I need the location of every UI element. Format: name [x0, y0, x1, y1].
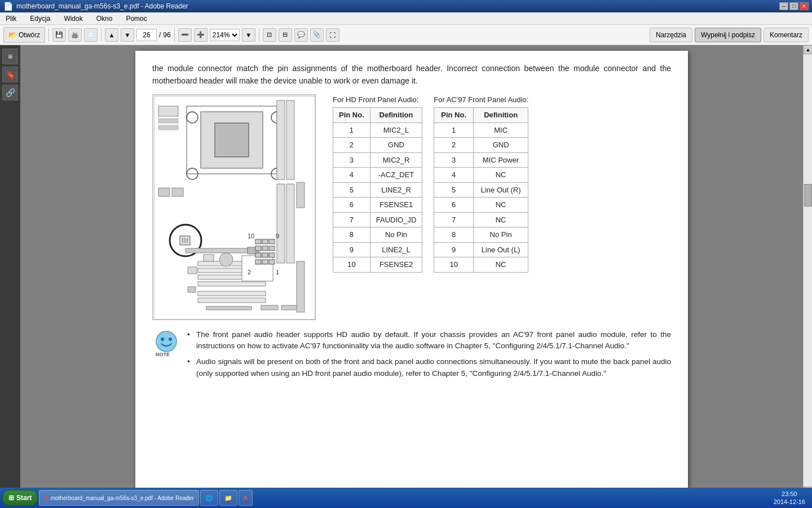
taskbar-explorer-app[interactable]: 📁 — [219, 490, 237, 506]
table-row: 6FSENSE1 — [333, 198, 422, 213]
table-row: 1MIC — [434, 122, 528, 138]
note-icon-area: NOTE — [152, 329, 180, 357]
hd-header-pin: Pin No. — [333, 108, 370, 123]
hd-table-group: For HD Front Panel Audio: Pin No. Defini… — [333, 94, 422, 273]
svg-rect-45 — [255, 246, 261, 251]
scroll-up-button[interactable]: ▲ — [804, 45, 812, 54]
attach-button[interactable]: 📎 — [310, 28, 324, 42]
title-bar-controls: ─ □ ✕ — [779, 2, 809, 10]
separator-4 — [259, 28, 259, 42]
note-item-1: The front panel audio header supports HD… — [187, 329, 671, 352]
next-page-button[interactable]: ▼ — [121, 28, 134, 42]
table-row: 4-ACZ_DET — [333, 168, 422, 183]
taskbar-ie-app[interactable]: 🌐 — [200, 490, 218, 506]
svg-rect-31 — [188, 267, 197, 274]
taskbar-right: 23:50 2014-12-16 — [774, 490, 810, 506]
table-row: 7FAUDIO_JD — [333, 212, 422, 227]
table-row: 7NC — [434, 212, 528, 227]
svg-rect-33 — [198, 298, 266, 303]
ie-icon: 🌐 — [205, 494, 213, 502]
zoom-select[interactable]: 214% 100% 150% — [210, 29, 240, 41]
body-text-1: the module connector match the pin assig… — [152, 62, 671, 87]
svg-rect-36 — [261, 305, 278, 310]
svg-rect-47 — [269, 246, 275, 251]
maximize-button[interactable]: □ — [789, 2, 798, 10]
page-number-input[interactable]: 26 — [136, 29, 157, 41]
left-sidebar: ≡ 🔖 🔗 — [0, 45, 20, 496]
ac97-header-def: Definition — [473, 108, 528, 123]
table-row: 1MIC2_L — [333, 122, 422, 138]
svg-rect-52 — [262, 260, 268, 264]
start-button[interactable]: ⊞ Start — [2, 490, 38, 506]
open-button[interactable]: 📂 Otwórz — [3, 27, 45, 43]
table-row: 3MIC2_R — [333, 152, 422, 168]
sidebar-icon-3[interactable]: 🔗 — [2, 85, 18, 100]
main-layout: ≡ 🔖 🔗 the module connector match the pin… — [0, 45, 812, 496]
page-total: 96 — [163, 31, 170, 39]
table-row: 10NC — [434, 257, 528, 273]
komentarz-button[interactable]: Komentarz — [764, 28, 809, 42]
svg-point-58 — [169, 338, 172, 341]
table-row: 8No Pin — [333, 227, 422, 243]
document-page: the module connector match the pin assig… — [135, 51, 688, 490]
table-row: 5Line Out (R) — [434, 182, 528, 198]
svg-rect-32 — [198, 291, 266, 296]
svg-rect-15 — [158, 188, 170, 196]
menu-edycja[interactable]: Edycja — [27, 14, 54, 24]
window-title: motherboard_manual_ga-m56s-s3_e.pdf - Ad… — [16, 2, 188, 10]
hd-pin-table: Pin No. Definition 1MIC2_L2GND3MIC2_R4-A… — [333, 107, 422, 273]
clock-date: 2014-12-16 — [774, 498, 805, 506]
table-row: 10FSENSE2 — [333, 257, 422, 273]
comment-button[interactable]: 💬 — [294, 28, 308, 42]
svg-rect-34 — [188, 287, 196, 292]
taskbar-adobe-app[interactable]: A motherboard_manual_ga-m56s-s3_e.pdf - … — [39, 490, 198, 506]
separator-1 — [48, 28, 49, 42]
table-row: 6NC — [434, 198, 528, 213]
svg-rect-16 — [172, 188, 183, 196]
svg-rect-3 — [215, 123, 249, 157]
svg-text:9: 9 — [276, 233, 279, 239]
system-clock: 23:50 2014-12-16 — [774, 490, 805, 506]
separator-3 — [174, 28, 175, 42]
close-button[interactable]: ✕ — [800, 2, 809, 10]
narzedzia-button[interactable]: Narzędzia — [650, 28, 692, 42]
zoom-in-button[interactable]: ➕ — [194, 28, 208, 42]
tables-area: For HD Front Panel Audio: Pin No. Defini… — [333, 94, 671, 320]
menu-pomoc[interactable]: Pomoc — [122, 14, 150, 24]
menu-okno[interactable]: Okno — [93, 14, 116, 24]
menu-widok[interactable]: Widok — [60, 14, 86, 24]
table-row: 9Line Out (L) — [434, 242, 528, 257]
minimize-button[interactable]: ─ — [779, 2, 788, 10]
explorer-icon: 📁 — [224, 494, 232, 502]
prev-page-button[interactable]: ▲ — [105, 28, 118, 42]
adobe-icon: A — [44, 494, 48, 501]
zoom-dropdown-button[interactable]: ▼ — [242, 28, 255, 42]
nav-btn-3[interactable]: ✉️ — [84, 28, 98, 42]
fit-width-button[interactable]: ⊡ — [263, 28, 276, 42]
scroll-track[interactable] — [804, 54, 812, 487]
document-area: the module connector match the pin assig… — [20, 45, 803, 496]
svg-rect-51 — [255, 260, 261, 264]
menu-bar: Plik Edycja Widok Okno Pomoc — [0, 12, 812, 25]
zoom-out-button[interactable]: ➖ — [178, 28, 192, 42]
sidebar-icon-2[interactable]: 🔖 — [2, 67, 18, 82]
title-bar: 📄 motherboard_manual_ga-m56s-s3_e.pdf - … — [0, 0, 812, 12]
note-content: The front panel audio header supports HD… — [187, 329, 671, 384]
sidebar-icon-1[interactable]: ≡ — [2, 49, 18, 64]
open-label: Otwórz — [19, 31, 40, 39]
scroll-thumb[interactable] — [804, 184, 812, 207]
svg-rect-43 — [262, 239, 268, 244]
table-row: 2GND — [333, 138, 422, 153]
nav-btn-2[interactable]: 🖨️ — [68, 28, 82, 42]
taskbar-pdf-app[interactable]: A — [239, 490, 253, 506]
fullscreen-button[interactable]: ⛶ — [326, 28, 339, 42]
separator-2 — [101, 28, 102, 42]
nav-btn-1[interactable]: 💾 — [52, 28, 66, 42]
svg-rect-28 — [204, 255, 214, 261]
wypelnij-button[interactable]: Wypełnij i podpisz — [695, 28, 761, 42]
fit-page-button[interactable]: ⊟ — [279, 28, 292, 42]
ac97-table-group: For AC'97 Front Panel Audio: Pin No. Def… — [434, 94, 528, 273]
menu-plik[interactable]: Plik — [2, 14, 20, 24]
table-row: 2GND — [434, 138, 528, 153]
toolbar-right: Narzędzia Wypełnij i podpisz Komentarz — [650, 28, 809, 42]
